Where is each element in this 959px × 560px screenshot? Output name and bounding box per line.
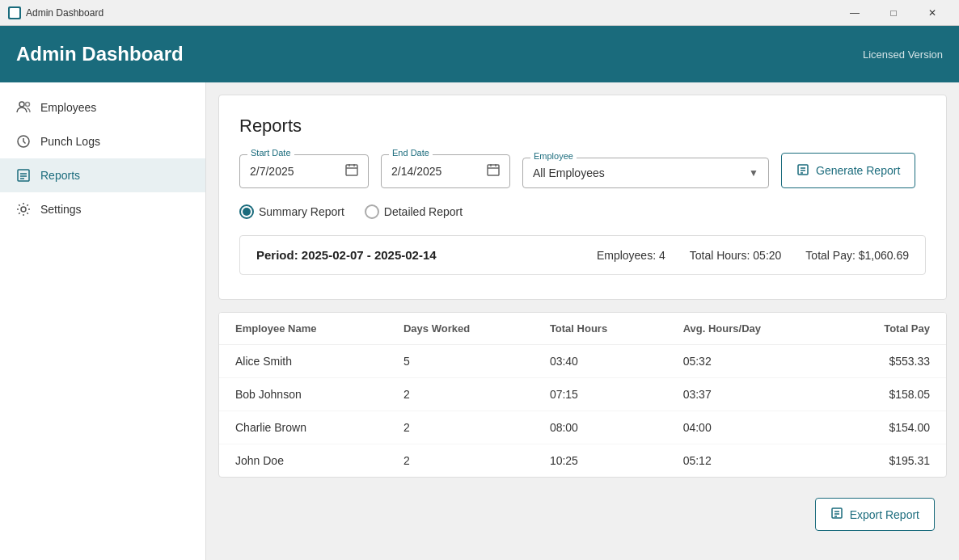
employee-label: Employee [530,151,577,161]
summary-radio-circle [239,204,254,219]
cell-avg-hours: 05:32 [667,345,830,378]
employees-count: Employees: 4 [597,249,665,262]
cell-avg-hours: 05:12 [667,444,830,478]
export-icon [830,507,843,522]
cell-employee-name: Bob Johnson [219,378,387,411]
svg-point-1 [19,102,24,107]
reports-card: Reports Start Date 2/7/2025 [218,95,947,300]
cell-days-worked: 2 [387,411,534,444]
svg-point-8 [21,207,26,212]
employee-table: Employee Name Days Worked Total Hours Av… [219,313,946,477]
summary-stats: Employees: 4 Total Hours: 05:20 Total Pa… [597,249,909,262]
table-row: John Doe 2 10:25 05:12 $195.31 [219,444,946,478]
end-date-group: End Date 2/14/2025 [381,154,510,188]
generate-report-icon [796,163,809,179]
generate-report-label: Generate Report [816,164,900,177]
dropdown-arrow-icon: ▼ [749,167,758,179]
radio-group: Summary Report Detailed Report [239,204,926,219]
table-header: Employee Name Days Worked Total Hours Av… [219,313,946,345]
employee-group: Employee All Employees ▼ [522,158,769,188]
table-header-row: Employee Name Days Worked Total Hours Av… [219,313,946,345]
col-avg-hours: Avg. Hours/Day [667,313,830,345]
cell-total-pay: $195.31 [830,444,946,478]
svg-rect-0 [10,8,19,18]
detailed-report-radio[interactable]: Detailed Report [365,204,463,219]
svg-rect-9 [346,165,357,175]
sidebar-item-punch-logs-label: Punch Logs [40,135,100,148]
sidebar-item-employees-label: Employees [40,101,96,114]
cell-employee-name: Charlie Brown [219,411,387,444]
cell-avg-hours: 03:37 [667,378,830,411]
cell-total-hours: 03:40 [534,345,667,378]
table-row: Alice Smith 5 03:40 05:32 $553.33 [219,345,946,378]
end-date-label: End Date [389,148,433,158]
summary-bar: Period: 2025-02-07 - 2025-02-14 Employee… [239,235,926,275]
table-body: Alice Smith 5 03:40 05:32 $553.33 Bob Jo… [219,345,946,478]
maximize-button[interactable]: □ [875,0,912,26]
export-report-button[interactable]: Export Report [815,498,935,531]
sidebar-item-settings-label: Settings [40,203,82,216]
main-layout: Employees Punch Logs Reports [0,82,959,560]
table-row: Bob Johnson 2 07:15 03:37 $158.05 [219,378,946,411]
cell-total-pay: $158.05 [830,378,946,411]
col-total-hours: Total Hours [534,313,667,345]
title-bar: Admin Dashboard — □ ✕ [0,0,959,26]
total-pay: Total Pay: $1,060.69 [805,249,909,262]
sidebar-item-reports[interactable]: Reports [0,158,205,192]
generate-report-button[interactable]: Generate Report [781,153,915,188]
start-date-value: 2/7/2025 [250,165,339,178]
app-title: Admin Dashboard [16,43,184,65]
total-hours: Total Hours: 05:20 [690,249,782,262]
end-date-value: 2/14/2025 [391,165,480,178]
summary-report-radio[interactable]: Summary Report [239,204,344,219]
end-date-calendar-icon [487,163,500,179]
employees-icon [16,100,31,115]
settings-icon [16,202,31,217]
footer-area: Export Report [218,490,947,539]
cell-days-worked: 5 [387,345,534,378]
cell-total-hours: 08:00 [534,411,667,444]
detailed-radio-circle [365,204,379,219]
sidebar-item-employees[interactable]: Employees [0,91,205,124]
summary-report-label: Summary Report [259,205,344,218]
export-report-label: Export Report [850,508,919,521]
col-days-worked: Days Worked [387,313,534,345]
col-employee-name: Employee Name [219,313,387,345]
end-date-input[interactable]: 2/14/2025 [381,154,510,188]
window-controls: — □ ✕ [836,0,951,26]
title-bar-text: Admin Dashboard [26,7,836,19]
start-date-group: Start Date 2/7/2025 [239,154,369,188]
reports-title: Reports [239,116,926,137]
sidebar: Employees Punch Logs Reports [0,82,206,560]
svg-rect-13 [488,165,499,175]
col-total-pay: Total Pay [830,313,946,345]
content-area: Reports Start Date 2/7/2025 [206,82,959,560]
cell-avg-hours: 04:00 [667,411,830,444]
app-icon [8,6,21,19]
clock-icon [16,134,31,149]
cell-total-hours: 07:15 [534,378,667,411]
table-row: Charlie Brown 2 08:00 04:00 $154.00 [219,411,946,444]
employee-value: All Employees [533,166,742,179]
sidebar-item-reports-label: Reports [40,169,80,182]
start-date-label: Start Date [247,148,294,158]
app-header: Admin Dashboard Licensed Version [0,26,959,82]
period-label: Period: 2025-02-07 - 2025-02-14 [256,248,437,262]
form-row: Start Date 2/7/2025 [239,153,926,188]
start-date-input[interactable]: 2/7/2025 [239,154,369,188]
svg-point-2 [26,103,30,107]
cell-total-pay: $154.00 [830,411,946,444]
start-date-calendar-icon [345,163,358,179]
license-badge: Licensed Version [863,48,943,61]
sidebar-item-settings[interactable]: Settings [0,192,205,226]
sidebar-item-punch-logs[interactable]: Punch Logs [0,124,205,158]
employee-dropdown[interactable]: All Employees ▼ [522,158,769,188]
detailed-report-label: Detailed Report [384,205,463,218]
cell-total-pay: $553.33 [830,345,946,378]
close-button[interactable]: ✕ [914,0,951,26]
svg-rect-4 [18,170,29,181]
cell-days-worked: 2 [387,444,534,478]
cell-total-hours: 10:25 [534,444,667,478]
minimize-button[interactable]: — [836,0,873,26]
cell-days-worked: 2 [387,378,534,411]
